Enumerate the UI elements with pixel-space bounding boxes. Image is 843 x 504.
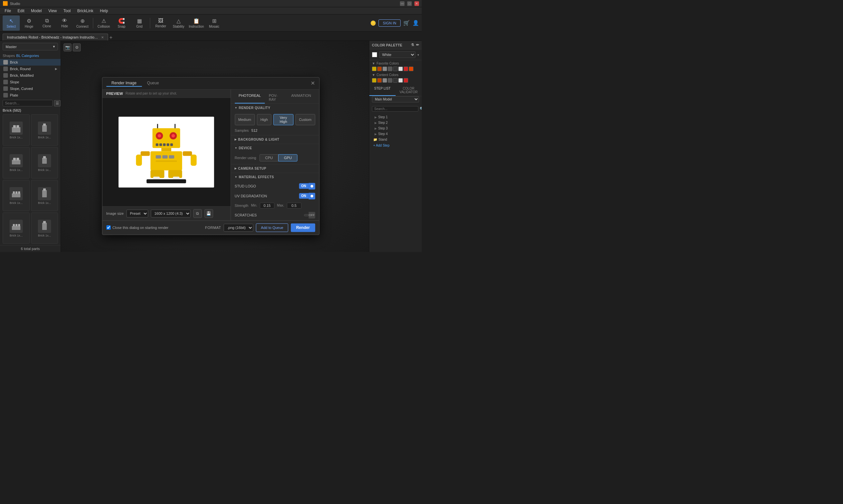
bl-categories-link[interactable]: BL Categories <box>16 54 39 58</box>
scratches-toggle[interactable]: OFF <box>304 212 315 218</box>
render-btn[interactable]: Render <box>291 223 315 232</box>
dialog-close-btn[interactable]: ✕ <box>311 81 315 86</box>
content-swatch-1[interactable] <box>372 78 377 83</box>
tab-add-btn[interactable]: + <box>109 35 112 40</box>
quality-high[interactable]: High <box>257 114 271 125</box>
content-swatch-7[interactable] <box>403 78 408 83</box>
material-header[interactable]: ▼ MATERIAL EFFECTS <box>231 173 319 181</box>
settings-tab-animation[interactable]: ANIMATION <box>287 92 315 104</box>
tool-hinge[interactable]: ⚙ Hinge <box>20 16 38 31</box>
brick-item-5[interactable]: Brick 1x... <box>3 180 30 211</box>
format-select[interactable]: .png (16bit) <box>224 224 253 232</box>
brick-item-4[interactable]: Brick 1x... <box>31 147 58 178</box>
brick-item-6[interactable]: Brick 1x... <box>31 180 58 211</box>
preset-select[interactable]: Preset <box>126 210 148 217</box>
step-2[interactable]: ▶ Step 2 <box>369 120 422 126</box>
filter-icon[interactable]: ⚗ <box>411 43 414 47</box>
size-select[interactable]: 1600 x 1200 (4:3) <box>151 210 191 217</box>
content-swatch-6[interactable] <box>398 78 403 83</box>
quality-medium[interactable]: Medium <box>235 114 255 125</box>
content-swatch-5[interactable] <box>393 78 398 83</box>
shape-plate[interactable]: Plate <box>0 92 60 98</box>
tool-snap[interactable]: 🧲 Snap <box>113 16 130 31</box>
tool-hide[interactable]: 👁 Hide <box>56 16 73 31</box>
brick-item-8[interactable]: Brick 1x... <box>31 213 58 244</box>
menu-bricklink[interactable]: BrickLink <box>74 8 97 14</box>
model-select[interactable]: Main Model <box>372 96 419 103</box>
fav-swatch-7[interactable] <box>403 67 408 71</box>
quality-custom[interactable]: Custom <box>295 114 315 125</box>
brick-item-2[interactable]: Brick 1x... <box>31 114 58 146</box>
settings-tab-povray[interactable]: POV-RAY <box>265 92 287 104</box>
device-gpu[interactable]: GPU <box>279 154 298 161</box>
preview-area[interactable] <box>102 98 230 206</box>
brick-item-3[interactable]: Brick 1x... <box>3 147 30 178</box>
settings-tab-photoreal[interactable]: PHOTOREAL <box>235 92 265 104</box>
maximize-btn[interactable]: □ <box>407 1 412 6</box>
copy-size-btn[interactable]: ⧉ <box>193 209 202 218</box>
shape-slope[interactable]: Slope <box>0 79 60 85</box>
content-swatch-4[interactable] <box>388 78 392 83</box>
add-step-btn[interactable]: + Add Step <box>369 142 422 148</box>
edit-icon[interactable]: ✏ <box>416 43 419 47</box>
shape-brick[interactable]: Brick <box>0 59 60 66</box>
tab-close-btn[interactable]: ✕ <box>101 36 104 39</box>
quality-very-high[interactable]: Very High <box>273 114 293 125</box>
camera-header[interactable]: ▶ CAMERA SETUP <box>231 164 319 173</box>
tool-grid[interactable]: ▦ Grid <box>131 16 148 31</box>
shape-search-input[interactable] <box>3 100 53 106</box>
viewport[interactable]: 📷 ⚙ Render Image Queue ✕ <box>61 41 369 252</box>
tool-render[interactable]: 🖼 Render <box>152 16 169 31</box>
render-quality-header[interactable]: ▼ RENDER QUALITY <box>231 104 319 112</box>
max-input[interactable] <box>287 203 301 209</box>
shape-slope-curved[interactable]: Slope, Curved <box>0 85 60 92</box>
close-btn[interactable]: ✕ <box>414 1 419 6</box>
device-cpu[interactable]: CPU <box>259 154 279 161</box>
minimize-btn[interactable]: — <box>400 1 405 6</box>
content-swatch-3[interactable] <box>382 78 387 83</box>
menu-model[interactable]: Model <box>28 8 45 14</box>
step-3[interactable]: ▶ Step 3 <box>369 126 422 131</box>
tool-instruction[interactable]: 📋 Instruction <box>188 16 205 31</box>
list-view-btn[interactable]: ☰ <box>54 100 60 106</box>
fav-swatch-2[interactable] <box>377 67 382 71</box>
tool-clone[interactable]: ⧉ Clone <box>38 16 55 31</box>
brick-item-1[interactable]: Brick 1x... <box>3 114 30 146</box>
menu-help[interactable]: Help <box>96 8 111 14</box>
master-dropdown[interactable]: Master ▾ <box>3 43 58 50</box>
step-search-input[interactable] <box>372 106 418 112</box>
fav-swatch-6[interactable] <box>398 67 403 71</box>
step-list-tab[interactable]: STEP LIST <box>369 85 396 96</box>
brick-item-7[interactable]: Brick 1x... <box>3 213 30 244</box>
tool-select[interactable]: ↖ Select <box>3 16 20 31</box>
step-4[interactable]: ▶ Step 4 <box>369 131 422 137</box>
fav-swatch-4[interactable] <box>388 67 392 71</box>
close-dialog-checkbox-label[interactable]: Close this dialog on starting render <box>106 225 168 230</box>
menu-edit[interactable]: Edit <box>14 8 28 14</box>
fav-swatch-3[interactable] <box>382 67 387 71</box>
step-1[interactable]: ▶ Step 1 <box>369 114 422 120</box>
main-tab[interactable]: Instructables Robot - Brickheadz - Insta… <box>3 34 108 40</box>
sign-in-button[interactable]: SIGN IN <box>378 19 400 27</box>
menu-file[interactable]: File <box>1 8 14 14</box>
fav-swatch-1[interactable] <box>372 67 377 71</box>
uv-degradation-toggle[interactable]: ON <box>299 193 315 199</box>
stand-folder[interactable]: 📁 Stand <box>369 137 422 142</box>
menu-tool[interactable]: Tool <box>60 8 74 14</box>
camera-btn[interactable]: 📷 <box>64 43 71 51</box>
fav-swatch-5[interactable] <box>393 67 398 71</box>
fav-swatch-8[interactable] <box>409 67 413 71</box>
shape-brick-modified[interactable]: Brick, Modified <box>0 72 60 79</box>
shape-brick-round[interactable]: Brick, Round ▶ <box>0 66 60 72</box>
menu-view[interactable]: View <box>45 8 60 14</box>
min-input[interactable] <box>260 203 274 209</box>
dialog-tab-render-image[interactable]: Render Image <box>106 80 142 87</box>
settings-btn[interactable]: ⚙ <box>73 43 81 51</box>
bg-light-header[interactable]: ▶ BACKGROUND & LIGHT <box>231 136 319 144</box>
color-validator-tab[interactable]: COLOR VALIDATOR <box>396 85 422 96</box>
close-dialog-checkbox[interactable] <box>106 225 110 230</box>
color-select[interactable]: White <box>379 51 415 58</box>
content-swatch-2[interactable] <box>377 78 382 83</box>
save-size-btn[interactable]: 💾 <box>204 209 213 218</box>
add-to-queue-btn[interactable]: Add to Queue <box>256 223 288 232</box>
